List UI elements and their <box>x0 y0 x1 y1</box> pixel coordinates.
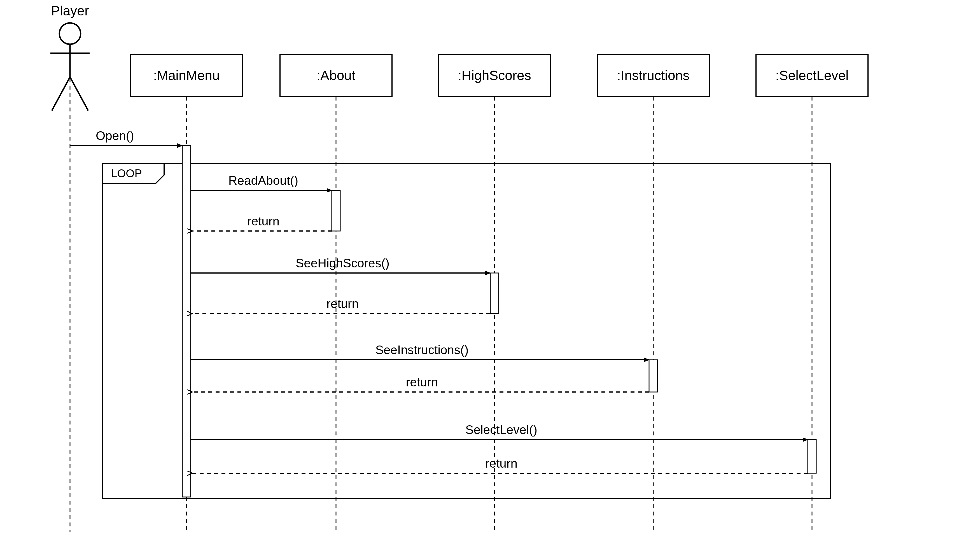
participant-label: :MainMenu <box>153 68 220 83</box>
sequence-diagram: Player:MainMenu:About:HighScores:Instruc… <box>0 0 980 560</box>
actor-leg-right-icon <box>70 77 88 111</box>
activation-bar <box>332 190 340 231</box>
loop-label-text: LOOP <box>111 167 142 180</box>
actor-leg-left-icon <box>52 77 70 111</box>
message-return-label: return <box>406 375 438 389</box>
participant-label: :Instructions <box>617 68 690 83</box>
message-return-label: return <box>247 214 280 228</box>
actor-label: Player <box>51 3 89 18</box>
message-call-label: ReadAbout() <box>228 173 298 187</box>
activation-mainmenu <box>182 146 191 497</box>
loop-fragment <box>102 164 830 498</box>
participant-label: :SelectLevel <box>775 68 849 83</box>
participant-label: :HighScores <box>458 68 531 83</box>
actor-head-icon <box>59 23 81 44</box>
message-return-label: return <box>485 457 517 470</box>
message-call-label: SelectLevel() <box>465 423 537 437</box>
activation-bar <box>808 440 816 473</box>
message-return-label: return <box>327 297 359 310</box>
participant-label: :About <box>317 68 356 83</box>
message-call-label: SeeHighScores() <box>296 256 390 270</box>
message-call-label: SeeInstructions() <box>375 343 469 357</box>
activation-bar <box>490 273 499 313</box>
activation-bar <box>649 360 657 392</box>
message-open-label: Open() <box>96 129 134 143</box>
